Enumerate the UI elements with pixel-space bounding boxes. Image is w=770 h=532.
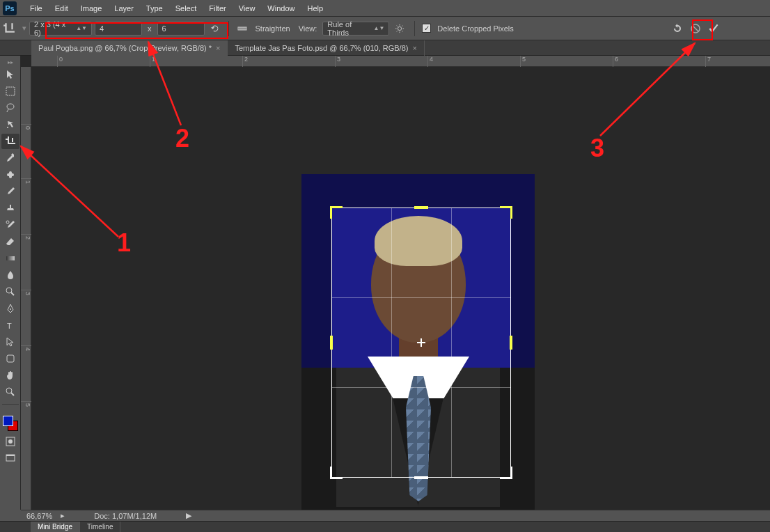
screen-mode-tool[interactable] [1,451,19,466]
svg-rect-18 [6,455,15,456]
crop-handle-b[interactable] [414,476,428,479]
zoom-level[interactable]: 66,67% [26,512,52,520]
crop-width-field[interactable]: 4 [95,22,142,36]
chevron-right-icon[interactable]: ▶ [186,511,191,520]
svg-point-14 [6,388,12,393]
eraser-tool[interactable] [1,234,19,249]
shape-tool[interactable] [1,351,19,366]
options-bar: ▾ 2 x 3 (4 x 6) ▲▼ 4 x 6 Straighten View… [0,17,770,40]
vertical-ruler: 0 1 2 3 4 5 [21,67,31,510]
delete-cropped-checkbox[interactable] [422,24,431,33]
crop-options-gear[interactable] [392,21,407,36]
close-icon[interactable]: × [412,44,416,52]
svg-point-1 [398,26,402,30]
crop-preset-value: 2 x 3 (4 x 6) [34,20,70,37]
svg-point-11 [10,308,11,310]
svg-rect-7 [9,171,12,178]
pen-tool[interactable] [1,301,19,316]
zoom-tool[interactable] [1,384,19,400]
svg-point-10 [6,288,12,293]
canvas-workarea[interactable] [21,56,770,510]
straighten-icon[interactable] [235,21,250,36]
dodge-tool[interactable] [1,284,19,299]
svg-point-5 [7,127,8,128]
brush-tool[interactable] [1,184,19,199]
marquee-tool[interactable] [1,84,19,99]
type-tool[interactable]: T [1,318,19,333]
crop-handle-tl[interactable] [330,206,343,219]
menu-type[interactable]: Type [140,0,169,17]
view-overlay-dropdown[interactable]: Rule of Thirds ▲▼ [322,22,389,36]
straighten-label[interactable]: Straighten [256,24,290,33]
crop-tool-icon[interactable] [3,22,15,35]
menu-file[interactable]: File [24,0,49,17]
crop-height-field[interactable]: 6 [157,22,205,36]
horizontal-ruler: 0 1 2 3 4 5 6 7 [31,56,770,67]
crop-center-icon [417,338,425,347]
timeline-tab[interactable]: Timeline [80,522,120,533]
healing-brush-tool[interactable] [1,167,19,182]
menu-window[interactable]: Window [261,0,301,17]
quick-select-tool[interactable] [1,117,19,132]
mini-bridge-tab[interactable]: Mini Bridge [31,522,80,533]
bottom-panel-bar: Mini Bridge Timeline [0,521,770,532]
crop-handle-br[interactable] [500,467,512,479]
move-tool[interactable] [1,67,19,82]
crop-handle-t[interactable] [414,206,428,209]
view-label: View: [299,24,317,33]
path-select-tool[interactable] [1,334,19,350]
menu-layer[interactable]: Layer [108,0,140,17]
document-tab-1[interactable]: Paul Pogba.png @ 66,7% (Crop Preview, RG… [31,40,228,56]
svg-rect-3 [6,87,15,95]
expand-icon[interactable]: ▸ [61,511,65,520]
cancel-crop-button[interactable] [688,21,703,36]
doc-size: Doc: 1,07M/1,12M [94,512,157,520]
menu-select[interactable]: Select [169,0,203,17]
menu-bar: Ps File Edit Image Layer Type Select Fil… [0,0,770,17]
app-logo: Ps [3,1,17,15]
tools-panel: ▸▸ T [0,56,21,510]
menu-filter[interactable]: Filter [203,0,232,17]
blur-tool[interactable] [1,267,19,283]
delete-cropped-label: Delete Cropped Pixels [437,24,513,33]
crop-handle-l[interactable] [330,336,333,350]
svg-rect-13 [7,355,14,362]
hand-tool[interactable] [1,368,19,383]
crop-overlay[interactable] [331,208,511,478]
toolbar-expand-icon[interactable]: ▸▸ [1,58,20,65]
clone-stamp-tool[interactable] [1,201,19,216]
svg-text:T: T [7,322,12,330]
commit-crop-button[interactable] [706,21,721,36]
crop-handle-bl[interactable] [330,467,343,479]
crop-handle-tr[interactable] [500,206,512,219]
document-canvas[interactable] [301,174,535,525]
clear-aspect-button[interactable] [207,21,223,36]
gradient-tool[interactable] [1,251,19,266]
menu-edit[interactable]: Edit [49,0,74,17]
eyedropper-tool[interactable] [1,150,19,166]
menu-help[interactable]: Help [301,0,329,17]
reset-crop-button[interactable] [670,21,685,36]
crop-preset-dropdown[interactable]: 2 x 3 (4 x 6) ▲▼ [29,22,92,36]
svg-point-8 [6,221,9,224]
foreground-color-swatch[interactable] [3,416,13,426]
lasso-tool[interactable] [1,100,19,116]
svg-point-4 [7,104,14,109]
document-tab-2[interactable]: Template Jas Pas Foto.psd @ 66,7% (010, … [228,40,424,56]
close-icon[interactable]: × [216,44,220,52]
svg-rect-9 [6,256,15,260]
dimension-separator: x [148,24,152,33]
crop-handle-r[interactable] [510,336,512,350]
svg-point-16 [8,439,13,444]
menu-image[interactable]: Image [74,0,109,17]
quick-mask-tool[interactable] [1,434,19,449]
menu-view[interactable]: View [233,0,262,17]
crop-tool[interactable] [1,134,19,149]
document-tab-bar: Paul Pogba.png @ 66,7% (Crop Preview, RG… [0,40,770,56]
color-swatches[interactable] [1,414,19,432]
status-bar: 66,67% ▸ Doc: 1,07M/1,12M ▶ [21,510,770,521]
history-brush-tool[interactable] [1,217,19,233]
